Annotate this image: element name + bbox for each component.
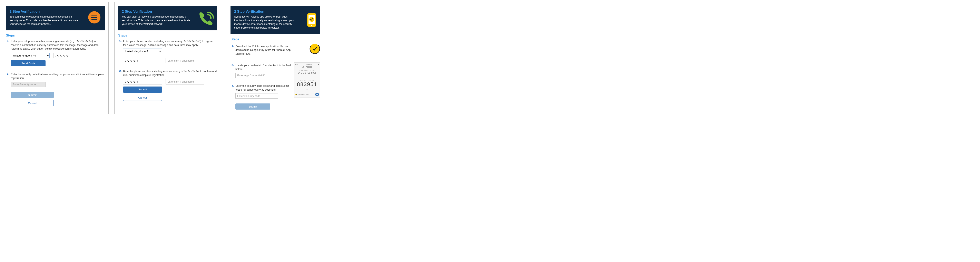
- banner-title: 2 Step Verification: [10, 10, 80, 14]
- step-number: 2.: [6, 72, 11, 80]
- credential-id-input[interactable]: [235, 73, 278, 78]
- norton-badge-icon: [309, 43, 320, 54]
- step-number: 3.: [231, 84, 235, 92]
- button-label: Send Code: [21, 62, 35, 65]
- phone-input[interactable]: [123, 58, 162, 63]
- button-label: Submit: [28, 94, 37, 97]
- credential-id-label: CREDENTIAL ID: [295, 70, 319, 71]
- svg-point-6: [311, 25, 312, 26]
- country-select[interactable]: United Kingdom-44: [123, 49, 162, 54]
- banner: 2 Step Verification Symantec VIP Access …: [231, 6, 320, 34]
- security-code-input[interactable]: [11, 82, 46, 87]
- banner-title: 2 Step Verification: [122, 10, 192, 14]
- step-text: Enter the security code that was sent to…: [11, 72, 105, 80]
- banner: 2 Step Verification You can elect to rec…: [6, 6, 105, 30]
- step-1: 1. Enter your cell phone number, includi…: [6, 40, 105, 51]
- step-text: Enter the security code below and click …: [235, 84, 291, 92]
- banner: 2 Step Verification You can elect to rec…: [118, 6, 217, 30]
- step-number: 2.: [118, 69, 123, 77]
- chat-bubble-icon: [86, 10, 102, 26]
- security-code-value: 883951: [295, 81, 319, 87]
- steps-heading: Steps: [6, 34, 105, 37]
- banner-desc: Symantec VIP Access app allows for both …: [234, 15, 296, 30]
- panel-voice-message: 2 Step Verification You can elect to rec…: [115, 2, 221, 114]
- button-label: Cancel: [138, 96, 147, 99]
- step-number: 1.: [231, 44, 235, 56]
- step-2: 2. Locate your credential ID and enter i…: [231, 64, 291, 71]
- step-2: 2. Enter the security code that was sent…: [6, 72, 105, 80]
- phone-input[interactable]: [53, 53, 92, 58]
- cancel-button[interactable]: Cancel: [123, 95, 162, 101]
- step-number: 1.: [118, 40, 123, 47]
- time-label: 5:14 PM: [305, 64, 312, 65]
- panel-text-message: 2 Step Verification You can elect to rec…: [2, 2, 109, 114]
- battery-icon: ▮: [318, 64, 319, 65]
- step-1: 1. Download the VIP Access application. …: [231, 44, 291, 56]
- submit-button[interactable]: Submit: [235, 103, 270, 110]
- symantec-icon: [295, 94, 297, 95]
- confirm-extension-input[interactable]: [165, 79, 204, 84]
- extension-input[interactable]: [165, 58, 204, 63]
- carrier-label: AT&T: [295, 64, 299, 65]
- step-text: Download the VIP Access application. You…: [235, 44, 291, 56]
- step-3: 3. Enter the security code below and cli…: [231, 84, 291, 92]
- add-button[interactable]: +: [315, 93, 319, 96]
- step-text: Re-enter phone number, including area co…: [123, 69, 217, 77]
- vip-app-preview: AT&T 5:14 PM ▮ VIP Access CREDENTIAL ID …: [294, 62, 320, 98]
- brand-label: Symantec. VIP: [298, 94, 309, 95]
- button-label: Submit: [248, 105, 257, 108]
- steps-heading: Steps: [118, 34, 217, 37]
- cancel-button[interactable]: Cancel: [11, 100, 54, 106]
- security-code-input[interactable]: [235, 93, 278, 98]
- countdown-value: 28: [295, 89, 319, 91]
- step-text: Enter your phone number, including area …: [123, 40, 217, 47]
- step-text: Locate your credential ID and enter it i…: [235, 64, 291, 71]
- banner-desc: You can elect to receive a voice message…: [122, 15, 192, 26]
- mobile-shield-icon: [305, 12, 318, 28]
- send-code-button[interactable]: Send Code: [11, 60, 46, 66]
- button-label: Cancel: [28, 102, 37, 105]
- panel-vip-access: 2 Step Verification Symantec VIP Access …: [227, 2, 324, 114]
- submit-button[interactable]: Submit: [123, 87, 162, 93]
- phone-call-icon: [197, 10, 215, 26]
- confirm-phone-input[interactable]: [123, 79, 162, 84]
- step-number: 2.: [231, 64, 235, 71]
- step-number: 1.: [6, 40, 11, 51]
- button-label: Submit: [138, 88, 147, 91]
- banner-desc: You can elect to receive a text message …: [10, 15, 80, 26]
- security-code-label: SECURITY CODE: [295, 79, 319, 81]
- step-2: 2. Re-enter phone number, including area…: [118, 69, 217, 77]
- step-text: Enter your cell phone number, including …: [11, 40, 105, 51]
- callout-line-icon: [269, 81, 294, 81]
- country-select[interactable]: United Kingdom-44: [11, 53, 49, 58]
- steps-heading: Steps: [231, 38, 320, 41]
- step-1: 1. Enter your phone number, including ar…: [118, 40, 217, 47]
- banner-title: 2 Step Verification: [234, 10, 296, 14]
- submit-button[interactable]: Submit: [11, 92, 54, 98]
- credential-id-value: SYMC 5756 6985: [295, 72, 319, 74]
- vip-app-title: VIP Access: [295, 66, 319, 68]
